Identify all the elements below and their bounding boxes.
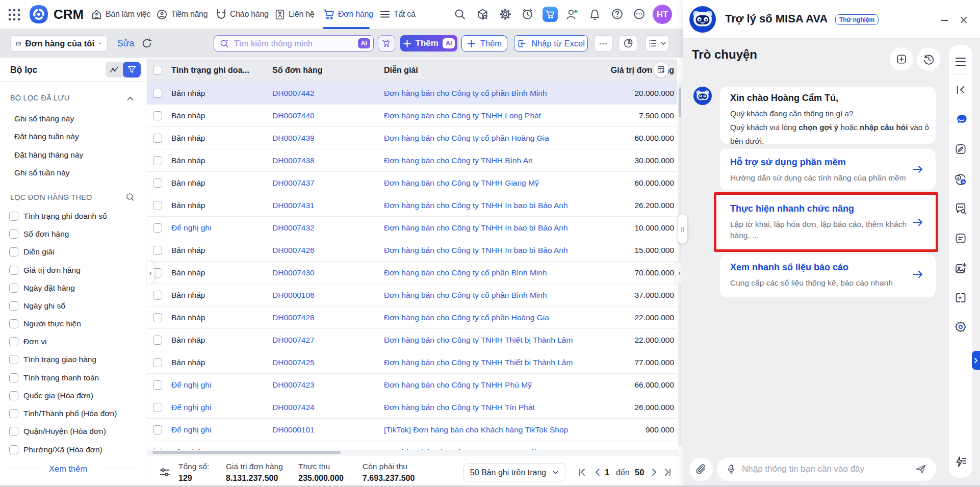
- svg-text:z: z: [957, 175, 959, 180]
- svg-text:A: A: [962, 180, 965, 184]
